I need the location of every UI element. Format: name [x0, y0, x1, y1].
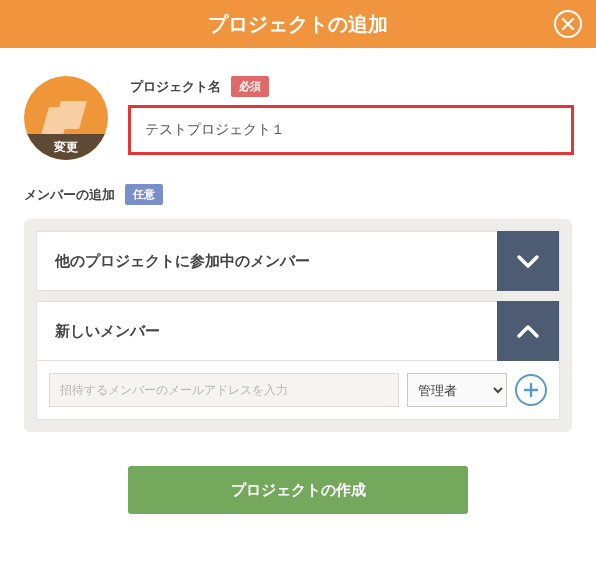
project-basic-row: 変更 プロジェクト名 必須: [24, 76, 572, 160]
change-avatar-button[interactable]: 変更: [24, 134, 108, 160]
create-project-button[interactable]: プロジェクトの作成: [128, 466, 468, 514]
project-name-input[interactable]: [130, 107, 572, 153]
invite-member-row: 管理者: [36, 361, 560, 420]
new-members-toggle[interactable]: [497, 301, 559, 361]
chevron-down-icon: [515, 248, 541, 274]
other-members-toggle[interactable]: [497, 231, 559, 291]
modal-body: 変更 プロジェクト名 必須 メンバーの追加 任意 他のプロジェクトに参加中のメン…: [0, 48, 596, 544]
members-label: メンバーの追加: [24, 186, 115, 204]
project-name-label-row: プロジェクト名 必須: [130, 76, 572, 97]
add-member-button[interactable]: [515, 374, 547, 406]
other-members-title: 他のプロジェクトに参加中のメンバー: [55, 252, 497, 271]
chevron-up-icon: [515, 318, 541, 344]
project-name-field: プロジェクト名 必須: [130, 76, 572, 153]
invite-role-select[interactable]: 管理者: [407, 373, 507, 407]
modal-header: プロジェクトの追加: [0, 0, 596, 48]
members-panel: 他のプロジェクトに参加中のメンバー 新しいメンバー 管理者: [24, 219, 572, 432]
members-header: メンバーの追加 任意: [24, 184, 572, 205]
invite-email-input[interactable]: [49, 373, 399, 407]
add-project-modal: プロジェクトの追加 変更 プロジェクト名 必須: [0, 0, 596, 544]
close-icon: [561, 17, 575, 31]
optional-badge: 任意: [125, 184, 163, 205]
required-badge: 必須: [231, 76, 269, 97]
avatar-container: 変更: [24, 76, 108, 160]
close-button[interactable]: [554, 10, 582, 38]
plus-icon: [523, 382, 539, 398]
change-avatar-label: 変更: [54, 139, 78, 156]
other-project-members-accordion: 他のプロジェクトに参加中のメンバー: [36, 231, 560, 291]
new-members-accordion: 新しいメンバー: [36, 301, 560, 361]
modal-title: プロジェクトの追加: [208, 11, 388, 38]
new-members-title: 新しいメンバー: [55, 322, 497, 341]
project-name-label: プロジェクト名: [130, 78, 221, 96]
